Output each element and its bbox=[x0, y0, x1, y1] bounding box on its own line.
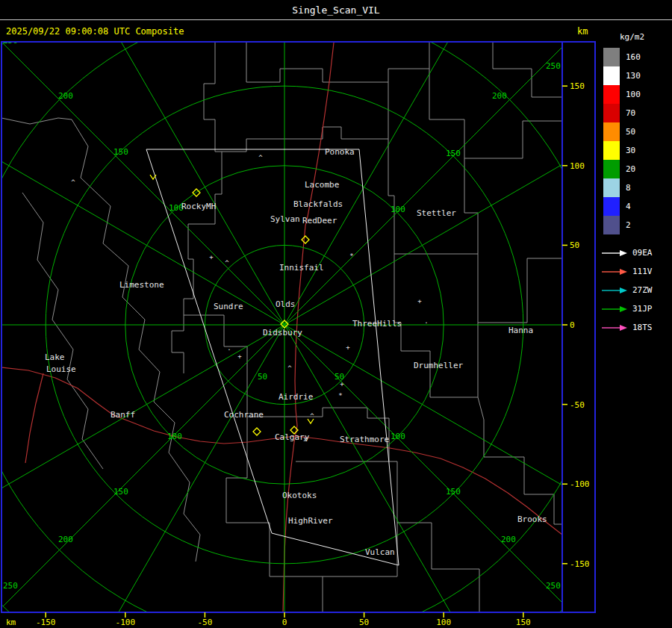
city-label: Didsbury bbox=[263, 328, 302, 338]
range-ring-label: 150 bbox=[446, 149, 461, 158]
bottom-axis-label: -50 bbox=[197, 618, 212, 627]
azimuth-spoke bbox=[3, 325, 284, 606]
city-label: Vulcan bbox=[365, 547, 395, 557]
radar-map[interactable]: 2502001501002502001501005050100150200250… bbox=[0, 41, 597, 628]
colorbar-swatch bbox=[603, 216, 620, 234]
radar-site-diamond-icon bbox=[302, 236, 309, 243]
colorbar-value: 70 bbox=[626, 108, 635, 118]
site-arrow-icon bbox=[601, 323, 628, 332]
right-axis-label: -150 bbox=[570, 559, 590, 569]
colorbar-row: 160 bbox=[597, 48, 672, 66]
city-label: Olds bbox=[276, 299, 296, 309]
city-label: Innisfail bbox=[279, 263, 324, 273]
range-ring-label: 100 bbox=[391, 205, 405, 214]
bottom-axis-label: -100 bbox=[116, 618, 136, 627]
colorbar-value: 4 bbox=[626, 202, 631, 211]
county-boundary bbox=[397, 523, 479, 612]
city-label: Banff bbox=[111, 410, 135, 420]
right-axis-label: -50 bbox=[570, 400, 585, 410]
radar-sites-legend: 09EA111V27ZW31JP18TS bbox=[597, 243, 672, 337]
city-label: HighRiver bbox=[288, 516, 333, 526]
site-legend-label: 31JP bbox=[632, 304, 653, 314]
azimuth-spoke bbox=[0, 325, 284, 524]
colorbar-swatch bbox=[603, 48, 620, 66]
site-legend-row: 31JP bbox=[597, 299, 672, 318]
city-label: Lake bbox=[45, 352, 65, 362]
city-label: Sylvan bbox=[270, 214, 300, 224]
plot-frame-rect bbox=[1, 42, 595, 612]
city-label: Strathmore bbox=[340, 435, 389, 444]
city-label: RockyMH bbox=[181, 202, 216, 211]
city-label: Airdrie bbox=[279, 392, 313, 402]
bottom-axis-unit-label: km bbox=[6, 618, 16, 627]
poi-marker: + bbox=[209, 253, 214, 261]
azimuth-spoke bbox=[86, 325, 285, 628]
city-label: Cochrane bbox=[224, 410, 264, 420]
county-boundary bbox=[246, 43, 429, 82]
range-ring-label: 250 bbox=[3, 581, 18, 591]
site-arrow-icon bbox=[601, 305, 628, 314]
bottom-axis-label: 0 bbox=[282, 618, 287, 627]
site-legend-row: 09EA bbox=[597, 243, 672, 262]
colorbar-value: 100 bbox=[626, 90, 641, 99]
city-label: Blackfalds bbox=[293, 199, 343, 209]
colorbar-swatch bbox=[603, 85, 620, 104]
bottom-axis-label: 50 bbox=[359, 618, 369, 627]
city-label: Brooks bbox=[517, 514, 547, 524]
poi-marker: ^ bbox=[225, 259, 229, 267]
right-axis-label: 150 bbox=[570, 81, 585, 91]
range-ring-label: 200 bbox=[58, 91, 73, 101]
site-arrow-icon bbox=[601, 267, 628, 276]
scan-sector-outline bbox=[146, 149, 399, 565]
poi-marker: + bbox=[340, 380, 344, 388]
right-axis-label: -100 bbox=[570, 479, 590, 489]
bottom-axis-label: -150 bbox=[36, 618, 56, 627]
colorbar-row: 20 bbox=[597, 160, 672, 178]
poi-marker: * bbox=[349, 252, 353, 260]
county-boundary bbox=[478, 254, 562, 323]
colorbar-swatch bbox=[603, 104, 620, 122]
site-legend-row: 18TS bbox=[597, 318, 672, 337]
range-ring-label: 150 bbox=[113, 487, 128, 497]
site-legend-label: 18TS bbox=[632, 323, 653, 332]
city-label: Stettler bbox=[417, 208, 456, 218]
county-boundary bbox=[222, 82, 388, 152]
poi-marker: x bbox=[303, 435, 308, 443]
colorbar-value: 8 bbox=[626, 183, 631, 193]
colorbar-row: 50 bbox=[597, 122, 672, 141]
range-ring-label: 50 bbox=[258, 372, 267, 382]
city-label: RedDeer bbox=[302, 216, 337, 226]
axes: 150100500-50-100-150-150-100-50050100150… bbox=[6, 81, 590, 627]
subheader: 2025/09/22 09:00:08 UTC Composite km bbox=[0, 20, 597, 40]
azimuth-spoke bbox=[86, 41, 285, 325]
colorbar-swatch bbox=[603, 160, 620, 178]
range-ring-label: 150 bbox=[446, 487, 461, 497]
colorbar-row: 100 bbox=[597, 85, 672, 104]
highway-line bbox=[25, 373, 43, 463]
colorbar-swatch bbox=[603, 178, 620, 197]
scan-timestamp: 2025/09/22 09:00:08 UTC Composite bbox=[6, 26, 184, 37]
range-ring-label: 200 bbox=[501, 535, 516, 544]
poi-marker: . bbox=[424, 317, 428, 325]
range-ring-label: 100 bbox=[167, 432, 182, 441]
site-legend-row: 111V bbox=[597, 262, 672, 281]
poi-marker: + bbox=[346, 343, 350, 351]
colorbar-row: 30 bbox=[597, 141, 672, 160]
plot-layers: 2502001501002502001501005050100150200250… bbox=[0, 41, 597, 628]
range-ring-label: 250 bbox=[546, 61, 561, 71]
city-label: Ponoka bbox=[325, 147, 355, 157]
city-label: Limestone bbox=[119, 280, 164, 290]
range-ring-label: 150 bbox=[113, 147, 128, 157]
poi-marker: . bbox=[227, 344, 231, 352]
colorbar-value: 20 bbox=[626, 164, 635, 174]
county-boundary bbox=[429, 69, 464, 158]
poi-marker: ^ bbox=[71, 178, 75, 186]
bottom-axis-label: 150 bbox=[516, 618, 531, 627]
plot-frame bbox=[1, 42, 595, 612]
colorbar-swatch bbox=[603, 66, 620, 85]
poi-marker: * bbox=[338, 392, 342, 400]
right-axis-label: 50 bbox=[570, 240, 579, 250]
range-ring-label: 100 bbox=[391, 432, 405, 441]
site-legend-label: 111V bbox=[632, 267, 653, 276]
poi-marker: ^ bbox=[287, 364, 292, 372]
